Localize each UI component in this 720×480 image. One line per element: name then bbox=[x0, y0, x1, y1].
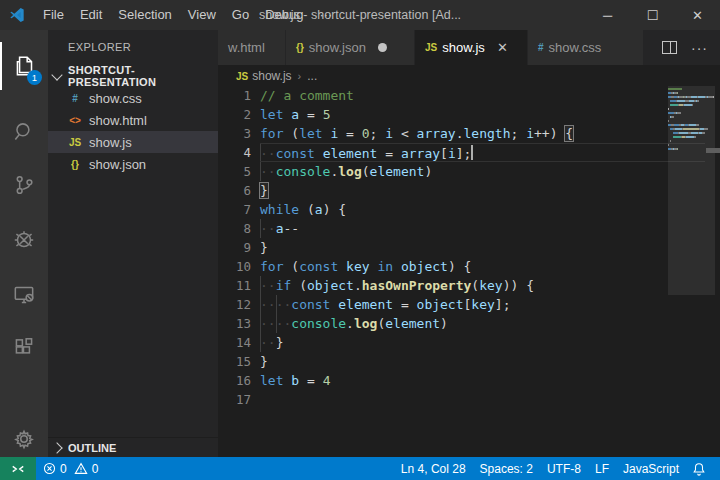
tab-showcss[interactable]: #show.css bbox=[528, 30, 643, 65]
file-item-show.html[interactable]: <>show.html bbox=[48, 109, 218, 131]
close-button[interactable]: ✕ bbox=[675, 0, 720, 30]
file-name: show.css bbox=[89, 91, 142, 106]
notifications-bell-icon[interactable] bbox=[686, 457, 720, 480]
remote-icon bbox=[11, 462, 25, 476]
line-number: 14 bbox=[218, 333, 260, 352]
tab-label: show.json bbox=[309, 40, 366, 55]
code-line-8[interactable]: 8··a-- bbox=[218, 219, 720, 238]
indent-guide bbox=[260, 314, 261, 333]
line-number: 1 bbox=[218, 86, 260, 105]
status-spaces[interactable]: Spaces: 2 bbox=[473, 457, 540, 480]
code-line-10[interactable]: 10for (const key in object) { bbox=[218, 257, 720, 276]
line-content: ··console.log(element) bbox=[260, 162, 720, 181]
line-content: let a = 5 bbox=[260, 105, 720, 124]
tab-showjs[interactable]: JSshow.js✕ bbox=[415, 30, 527, 65]
debug-icon[interactable] bbox=[0, 216, 48, 264]
code-line-7[interactable]: 7while (a) { bbox=[218, 200, 720, 219]
status-utf-8[interactable]: UTF-8 bbox=[540, 457, 588, 480]
menu-item-go[interactable]: Go bbox=[224, 0, 257, 30]
menu-item-selection[interactable]: Selection bbox=[110, 0, 179, 30]
line-number: 7 bbox=[218, 200, 260, 219]
file-item-show.js[interactable]: JSshow.js bbox=[48, 131, 218, 153]
indent-guide bbox=[276, 314, 277, 333]
window-controls: ─ ☐ ✕ bbox=[585, 0, 720, 30]
breadcrumb-symbol[interactable]: ... bbox=[307, 69, 317, 83]
code-line-4[interactable]: 4··const element = array[i]; bbox=[218, 143, 720, 162]
overview-ruler[interactable] bbox=[706, 86, 720, 457]
indent-guide bbox=[260, 295, 261, 314]
line-content: let b = 4 bbox=[260, 371, 720, 390]
line-number: 4 bbox=[218, 143, 260, 162]
line-number: 8 bbox=[218, 219, 260, 238]
line-number: 16 bbox=[218, 371, 260, 390]
code-line-14[interactable]: 14··} bbox=[218, 333, 720, 352]
tab-file-type-icon: {} bbox=[296, 42, 304, 53]
minimize-button[interactable]: ─ bbox=[585, 0, 630, 30]
menu-item-edit[interactable]: Edit bbox=[72, 0, 110, 30]
line-content: ····console.log(element) bbox=[260, 314, 720, 333]
code-line-6[interactable]: 6} bbox=[218, 181, 720, 200]
file-item-show.css[interactable]: #show.css bbox=[48, 87, 218, 109]
line-number: 6 bbox=[218, 181, 260, 200]
code-line-5[interactable]: 5··console.log(element) bbox=[218, 162, 720, 181]
modified-dot-icon[interactable] bbox=[378, 43, 387, 52]
breadcrumb-file[interactable]: show.js bbox=[252, 69, 291, 83]
outline-section-header[interactable]: OUTLINE bbox=[48, 437, 218, 457]
more-actions-icon[interactable]: ··· bbox=[691, 40, 708, 56]
status-bar: 0 0 Ln 4, Col 28Spaces: 2UTF-8LFJavaScri… bbox=[0, 457, 720, 480]
status-lf[interactable]: LF bbox=[588, 457, 616, 480]
indent-guide bbox=[276, 295, 277, 314]
file-name: show.js bbox=[89, 135, 132, 150]
code-line-11[interactable]: 11··if (object.hasOwnProperty(key)) { bbox=[218, 276, 720, 295]
search-icon[interactable] bbox=[0, 108, 48, 156]
code-editor[interactable]: 1// a comment2let a = 53for (let i = 0; … bbox=[218, 86, 720, 457]
source-control-icon[interactable] bbox=[0, 161, 48, 209]
code-line-2[interactable]: 2let a = 5 bbox=[218, 105, 720, 124]
tab-close-icon[interactable]: ✕ bbox=[497, 40, 508, 55]
line-content bbox=[260, 390, 720, 409]
code-line-9[interactable]: 9} bbox=[218, 238, 720, 257]
chevron-right-icon bbox=[51, 442, 62, 453]
window-title: show.js - shortcut-presentation [Ad... bbox=[259, 0, 461, 30]
tab-whtml[interactable]: w.html bbox=[218, 30, 285, 65]
extensions-icon[interactable] bbox=[0, 324, 48, 372]
editor-tab-bar: w.html{}show.jsonJSshow.js✕#show.css bbox=[218, 30, 720, 65]
split-editor-icon[interactable] bbox=[662, 41, 677, 54]
status-ln[interactable]: Ln 4, Col 28 bbox=[394, 457, 473, 480]
code-line-16[interactable]: 16let b = 4 bbox=[218, 371, 720, 390]
js-file-icon: JS bbox=[236, 71, 248, 82]
menu-item-file[interactable]: File bbox=[35, 0, 72, 30]
code-line-3[interactable]: 3for (let i = 0; i < array.length; i++) … bbox=[218, 124, 720, 143]
code-line-15[interactable]: 15} bbox=[218, 352, 720, 371]
code-line-13[interactable]: 13····console.log(element) bbox=[218, 314, 720, 333]
line-content: ··a-- bbox=[260, 219, 720, 238]
tab-file-type-icon: JS bbox=[425, 42, 437, 53]
code-line-1[interactable]: 1// a comment bbox=[218, 86, 720, 105]
line-content: } bbox=[260, 352, 720, 371]
remote-explorer-icon[interactable] bbox=[0, 271, 48, 319]
code-line-12[interactable]: 12····const element = object[key]; bbox=[218, 295, 720, 314]
file-type-icon: # bbox=[66, 93, 84, 104]
indent-guide bbox=[260, 219, 261, 238]
line-number: 11 bbox=[218, 276, 260, 295]
problems-button[interactable]: 0 0 bbox=[36, 457, 105, 480]
settings-gear-icon[interactable] bbox=[0, 415, 48, 463]
maximize-button[interactable]: ☐ bbox=[630, 0, 675, 30]
line-content: ··} bbox=[260, 333, 720, 352]
line-number: 9 bbox=[218, 238, 260, 257]
menu-item-view[interactable]: View bbox=[180, 0, 224, 30]
vscode-logo-icon bbox=[9, 7, 25, 23]
status-javascript[interactable]: JavaScript bbox=[616, 457, 686, 480]
sidebar-explorer: EXPLORER SHORTCUT-PRESENTATION #show.css… bbox=[48, 30, 218, 457]
status-bar-right: Ln 4, Col 28Spaces: 2UTF-8LFJavaScript bbox=[394, 457, 720, 480]
file-name: show.html bbox=[89, 113, 147, 128]
warning-count: 0 bbox=[92, 462, 99, 476]
indent-guide bbox=[260, 333, 261, 352]
file-item-show.json[interactable]: {}show.json bbox=[48, 153, 218, 175]
code-line-17[interactable]: 17 bbox=[218, 390, 720, 409]
line-content: } bbox=[260, 238, 720, 257]
tab-showjson[interactable]: {}show.json bbox=[286, 30, 414, 65]
remote-indicator-button[interactable] bbox=[0, 457, 36, 480]
explorer-icon[interactable]: 1 bbox=[0, 42, 48, 90]
folder-section-header[interactable]: SHORTCUT-PRESENTATION bbox=[48, 65, 218, 87]
